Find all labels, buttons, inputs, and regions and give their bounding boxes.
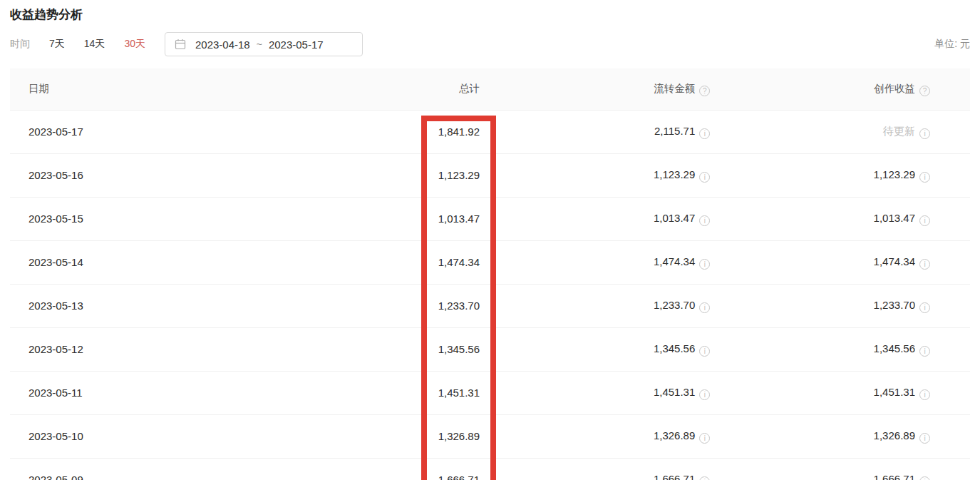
info-icon[interactable]: i	[699, 476, 710, 480]
date-range-end: 2023-05-17	[269, 39, 324, 51]
row-date: 2023-05-10	[29, 430, 83, 442]
info-icon[interactable]: i	[699, 433, 710, 444]
table-row: 2023-05-11 1,451.31 1,451.31i 1,451.31i	[10, 371, 970, 414]
table-row: 2023-05-16 1,123.29 1,123.29i 1,123.29i	[10, 153, 970, 197]
transfer-value: 1,666.71	[654, 473, 695, 480]
time-option-7d[interactable]: 7天	[49, 38, 65, 51]
creation-value: 待更新	[883, 125, 915, 137]
creation-value: 1,233.70	[874, 299, 915, 311]
info-icon[interactable]: i	[919, 476, 930, 480]
info-icon[interactable]: i	[919, 302, 930, 313]
info-icon[interactable]: i	[919, 215, 930, 226]
creation-value: 1,326.89	[874, 429, 915, 441]
filter-bar: 时间 7天 14天 30天 2023-04-18 ~ 2023-05-17 单位…	[10, 32, 970, 56]
table-row: 2023-05-12 1,345.56 1,345.56i 1,345.56i	[10, 327, 970, 371]
calendar-icon	[175, 39, 186, 50]
row-date: 2023-05-15	[29, 213, 83, 225]
info-icon[interactable]: i	[699, 302, 710, 313]
info-icon[interactable]: i	[919, 172, 930, 183]
column-header-total: 总计	[327, 68, 481, 110]
info-icon[interactable]: i	[699, 215, 710, 226]
transfer-value: 1,326.89	[654, 429, 695, 441]
creation-value: 1,013.47	[874, 212, 915, 224]
time-filter-label: 时间	[10, 38, 30, 51]
transfer-value: 1,345.56	[654, 342, 695, 354]
transfer-value: 1,451.31	[654, 386, 695, 398]
table-row: 2023-05-15 1,013.47 1,013.47i 1,013.47i	[10, 197, 970, 240]
help-icon[interactable]: ?	[699, 86, 710, 96]
column-header-creation: 创作收益?	[711, 68, 970, 110]
column-header-date: 日期	[10, 68, 327, 110]
date-range-picker[interactable]: 2023-04-18 ~ 2023-05-17	[165, 32, 363, 56]
total-value: 1,666.71	[438, 474, 480, 480]
transfer-value: 1,474.34	[654, 255, 695, 267]
creation-value: 1,123.29	[874, 168, 915, 180]
info-icon[interactable]: i	[699, 389, 710, 400]
time-option-30d[interactable]: 30天	[124, 38, 145, 51]
table-body: 2023-05-17 1,841.92 2,115.71i 待更新i 2023-…	[10, 110, 970, 480]
total-value: 1,013.47	[438, 213, 480, 225]
creation-value: 1,345.56	[874, 342, 915, 354]
creation-value: 1,666.71	[874, 473, 915, 480]
table-row: 2023-05-10 1,326.89 1,326.89i 1,326.89i	[10, 414, 970, 458]
unit-label: 单位: 元	[934, 38, 970, 51]
transfer-value: 1,123.29	[654, 168, 695, 180]
row-date: 2023-05-16	[29, 169, 83, 181]
table-row: 2023-05-17 1,841.92 2,115.71i 待更新i	[10, 110, 970, 153]
total-value: 1,345.56	[438, 343, 480, 355]
date-range-start: 2023-04-18	[195, 39, 250, 51]
transfer-value: 1,013.47	[654, 212, 695, 224]
total-value: 1,474.34	[438, 256, 480, 268]
row-date: 2023-05-12	[29, 343, 83, 355]
row-date: 2023-05-14	[29, 256, 83, 268]
revenue-table: 日期 总计 流转金额? 创作收益? 2023-05-17 1,841.92 2,…	[10, 68, 970, 480]
info-icon[interactable]: i	[919, 128, 930, 139]
column-header-transfer: 流转金额?	[480, 68, 711, 110]
creation-value: 1,474.34	[874, 255, 915, 267]
total-value: 1,326.89	[438, 430, 480, 442]
info-icon[interactable]: i	[699, 128, 710, 139]
row-date: 2023-05-17	[29, 126, 83, 138]
transfer-value: 2,115.71	[654, 125, 695, 137]
table-row: 2023-05-09 1,666.71 1,666.71i 1,666.71i	[10, 458, 970, 480]
info-icon[interactable]: i	[919, 259, 930, 270]
total-value: 1,451.31	[438, 387, 480, 399]
row-date: 2023-05-11	[29, 387, 83, 399]
total-value: 1,841.92	[438, 126, 480, 138]
row-date: 2023-05-13	[29, 300, 83, 312]
help-icon[interactable]: ?	[919, 86, 930, 96]
total-value: 1,123.29	[438, 169, 480, 181]
creation-value: 1,451.31	[874, 386, 915, 398]
info-icon[interactable]: i	[699, 346, 710, 357]
info-icon[interactable]: i	[919, 389, 930, 400]
row-date: 2023-05-09	[29, 474, 83, 480]
time-option-14d[interactable]: 14天	[84, 38, 105, 51]
date-range-separator: ~	[257, 39, 262, 50]
total-value: 1,233.70	[438, 300, 480, 312]
info-icon[interactable]: i	[699, 259, 710, 270]
info-icon[interactable]: i	[919, 346, 930, 357]
table-row: 2023-05-13 1,233.70 1,233.70i 1,233.70i	[10, 284, 970, 327]
table-header-row: 日期 总计 流转金额? 创作收益?	[10, 68, 970, 110]
transfer-value: 1,233.70	[654, 299, 695, 311]
info-icon[interactable]: i	[699, 172, 710, 183]
page-title: 收益趋势分析	[10, 0, 970, 23]
table-row: 2023-05-14 1,474.34 1,474.34i 1,474.34i	[10, 240, 970, 284]
info-icon[interactable]: i	[919, 433, 930, 444]
